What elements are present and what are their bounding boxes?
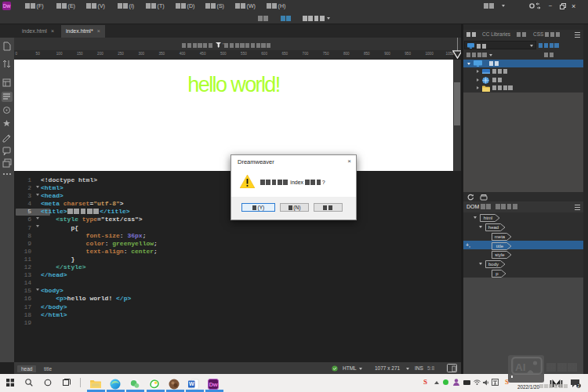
svg-text:2: 2 [578,383,580,388]
svg-text:S: S [423,378,427,386]
svg-text:W: W [189,381,194,387]
svg-text:Dw: Dw [209,381,217,388]
svg-text:AI: AI [515,361,526,373]
svg-text:title: title [496,244,504,249]
svg-text:style: style [495,253,505,258]
svg-text:meta: meta [495,234,506,239]
svg-text:head: head [488,225,499,230]
svg-text:body: body [488,262,499,267]
svg-text:html: html [484,216,492,220]
svg-text:p: p [495,271,499,276]
